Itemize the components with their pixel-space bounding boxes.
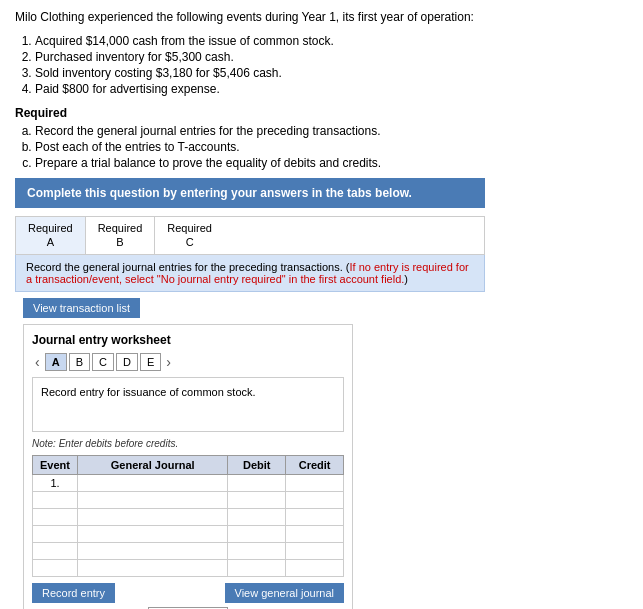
table-row	[33, 542, 344, 559]
row3-journal[interactable]	[78, 508, 228, 525]
col-header-debit: Debit	[228, 455, 286, 474]
main-tabs: RequiredA RequiredB RequiredC	[15, 216, 485, 255]
row5-credit-input[interactable]	[289, 545, 340, 557]
sub-tab-b[interactable]: B	[69, 353, 90, 371]
row1-journal[interactable]	[78, 474, 228, 491]
sub-tab-d[interactable]: D	[116, 353, 138, 371]
instruction-box: Complete this question by entering your …	[15, 178, 485, 208]
event-item-4: Paid $800 for advertising expense.	[35, 82, 628, 96]
event-item-3: Sold inventory costing $3,180 for $5,406…	[35, 66, 628, 80]
worksheet-title: Journal entry worksheet	[32, 333, 344, 347]
table-row	[33, 508, 344, 525]
tab-required-b[interactable]: RequiredB	[86, 217, 156, 254]
row4-event	[33, 525, 78, 542]
sub-tab-e[interactable]: E	[140, 353, 161, 371]
row5-journal-input[interactable]	[81, 545, 224, 557]
task-item-b: Post each of the entries to T-accounts.	[35, 140, 628, 154]
row3-debit-input[interactable]	[231, 511, 282, 523]
row2-event	[33, 491, 78, 508]
sub-tabs: ‹ A B C D E ›	[32, 353, 344, 371]
row1-debit[interactable]	[228, 474, 286, 491]
row5-journal[interactable]	[78, 542, 228, 559]
info-text-before: Record the general journal entries for t…	[26, 261, 349, 273]
row4-journal[interactable]	[78, 525, 228, 542]
row6-debit-input[interactable]	[231, 562, 282, 574]
row1-credit[interactable]	[286, 474, 344, 491]
row3-journal-input[interactable]	[81, 511, 224, 523]
row3-credit[interactable]	[286, 508, 344, 525]
sub-tab-next-arrow[interactable]: ›	[163, 354, 174, 370]
required-label: Required	[15, 106, 628, 120]
event-item-2: Purchased inventory for $5,300 cash.	[35, 50, 628, 64]
instruction-text: Complete this question by entering your …	[27, 186, 412, 200]
row2-journal[interactable]	[78, 491, 228, 508]
tasks-list: Record the general journal entries for t…	[35, 124, 628, 170]
row6-event	[33, 559, 78, 576]
task-item-a: Record the general journal entries for t…	[35, 124, 628, 138]
record-entry-button[interactable]: Record entry	[32, 583, 115, 603]
row3-debit[interactable]	[228, 508, 286, 525]
row5-credit[interactable]	[286, 542, 344, 559]
row1-journal-input[interactable]	[81, 477, 224, 489]
row2-journal-input[interactable]	[81, 494, 224, 506]
row2-debit-input[interactable]	[231, 494, 282, 506]
row2-credit[interactable]	[286, 491, 344, 508]
table-row	[33, 525, 344, 542]
row4-journal-input[interactable]	[81, 528, 224, 540]
sub-tab-c[interactable]: C	[92, 353, 114, 371]
task-item-c: Prepare a trial balance to prove the equ…	[35, 156, 628, 170]
row6-journal-input[interactable]	[81, 562, 224, 574]
worksheet-container: Journal entry worksheet ‹ A B C D E › Re…	[23, 324, 353, 609]
view-general-journal-button[interactable]: View general journal	[225, 583, 344, 603]
info-text-after: )	[404, 273, 408, 285]
row4-debit[interactable]	[228, 525, 286, 542]
action-buttons-row: Record entry View general journal	[32, 583, 344, 603]
intro-text: Milo Clothing experienced the following …	[15, 10, 628, 24]
journal-table: Event General Journal Debit Credit 1.	[32, 455, 344, 577]
row2-credit-input[interactable]	[289, 494, 340, 506]
table-row: 1.	[33, 474, 344, 491]
events-list: Acquired $14,000 cash from the issue of …	[35, 34, 628, 96]
row5-debit[interactable]	[228, 542, 286, 559]
info-bar: Record the general journal entries for t…	[15, 255, 485, 292]
row1-event: 1.	[33, 474, 78, 491]
sub-tab-a[interactable]: A	[45, 353, 67, 371]
col-header-event: Event	[33, 455, 78, 474]
table-row	[33, 559, 344, 576]
row4-credit-input[interactable]	[289, 528, 340, 540]
row5-event	[33, 542, 78, 559]
row1-debit-input[interactable]	[231, 477, 282, 489]
sub-tab-prev-arrow[interactable]: ‹	[32, 354, 43, 370]
row3-credit-input[interactable]	[289, 511, 340, 523]
tab-required-a[interactable]: RequiredA	[16, 217, 86, 254]
row6-credit-input[interactable]	[289, 562, 340, 574]
event-item-1: Acquired $14,000 cash from the issue of …	[35, 34, 628, 48]
col-header-journal: General Journal	[78, 455, 228, 474]
row4-credit[interactable]	[286, 525, 344, 542]
row2-debit[interactable]	[228, 491, 286, 508]
row5-debit-input[interactable]	[231, 545, 282, 557]
row6-debit[interactable]	[228, 559, 286, 576]
row6-credit[interactable]	[286, 559, 344, 576]
row3-event	[33, 508, 78, 525]
row6-journal[interactable]	[78, 559, 228, 576]
col-header-credit: Credit	[286, 455, 344, 474]
row1-credit-input[interactable]	[289, 477, 340, 489]
view-transaction-button[interactable]: View transaction list	[23, 298, 140, 318]
tab-required-c[interactable]: RequiredC	[155, 217, 224, 254]
entry-description: Record entry for issuance of common stoc…	[32, 377, 344, 432]
table-row	[33, 491, 344, 508]
row4-debit-input[interactable]	[231, 528, 282, 540]
note-text: Note: Enter debits before credits.	[32, 438, 344, 449]
